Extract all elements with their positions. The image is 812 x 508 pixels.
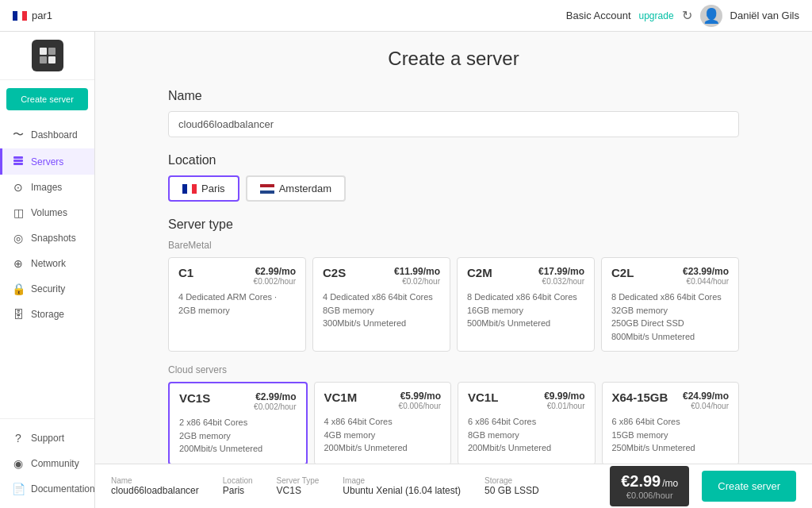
bottom-name-label: Name (111, 476, 199, 485)
svg-rect-6 (13, 163, 23, 165)
sidebar-item-storage[interactable]: 🗄 Storage (0, 302, 94, 327)
server-card-c2m[interactable]: C2M €17.99/mo €0.032/hour 8 Dedicated x8… (457, 257, 595, 352)
location-paris-button[interactable]: Paris (168, 175, 239, 202)
sidebar-item-label-community: Community (31, 458, 79, 469)
sidebar-item-label-support: Support (31, 433, 64, 444)
card-header-c2l: C2L €23.99/mo €0.044/hour (611, 266, 729, 286)
community-icon: ◉ (12, 457, 25, 470)
sidebar-item-volumes[interactable]: ◫ Volumes (0, 200, 94, 225)
name-section-label: Name (168, 89, 739, 103)
sidebar-footer: ? Support ◉ Community 📄 Documentation (0, 418, 94, 508)
svg-rect-2 (40, 56, 47, 64)
region-selector[interactable]: par1 (13, 10, 52, 21)
location-buttons: Paris Amsterdam (168, 175, 739, 202)
server-name-input[interactable] (168, 111, 739, 137)
server-card-vc1m[interactable]: VC1M €5.99/mo €0.006/hour 4 x86 64bit Co… (314, 382, 452, 465)
top-bar: par1 Basic Account upgrade ↻ 👤 Daniël va… (0, 0, 812, 32)
sidebar-item-network[interactable]: ⊕ Network (0, 251, 94, 276)
amsterdam-label: Amsterdam (279, 183, 331, 194)
sidebar-item-label-volumes: Volumes (31, 207, 67, 218)
bottom-server-type-value: VC1S (277, 485, 320, 496)
bottom-storage-value: 50 GB LSSD (485, 485, 539, 496)
sidebar-item-servers[interactable]: Servers (0, 148, 94, 175)
server-specs-c2l: 8 Dedicated x86 64bit Cores32GB memory25… (611, 291, 729, 343)
snapshots-icon: ◎ (12, 232, 25, 244)
sidebar-item-security[interactable]: 🔒 Security (0, 276, 94, 302)
user-name: Daniël van Gils (730, 10, 799, 21)
bottom-image-value: Ubuntu Xenial (16.04 latest) (343, 485, 461, 496)
sidebar-item-dashboard[interactable]: 〜 Dashboard (0, 121, 94, 148)
server-card-c1[interactable]: C1 €2.99/mo €0.002/hour 4 Dedicated ARM … (168, 257, 306, 352)
images-icon: ⊙ (12, 181, 25, 194)
sidebar-item-label-images: Images (31, 182, 62, 193)
baremetal-grid: C1 €2.99/mo €0.002/hour 4 Dedicated ARM … (168, 257, 739, 352)
documentation-icon: 📄 (12, 483, 25, 495)
bottom-image-item: Image Ubuntu Xenial (16.04 latest) (343, 476, 461, 496)
sidebar-item-community[interactable]: ◉ Community (0, 451, 94, 476)
svg-rect-4 (13, 156, 23, 159)
sidebar-item-images[interactable]: ⊙ Images (0, 175, 94, 200)
bottom-image-label: Image (343, 476, 461, 485)
sidebar-nav: 〜 Dashboard Servers ⊙ Images ◫ (0, 118, 94, 418)
sidebar-item-label-servers: Servers (31, 156, 63, 167)
server-card-vc1s[interactable]: VC1S €2.99/mo €0.002/hour 2 x86 64bit Co… (168, 382, 308, 465)
price-mo: /mo (662, 478, 678, 489)
card-header-c2s: C2S €11.99/mo €0.02/hour (323, 266, 440, 286)
paris-flag-icon (182, 184, 197, 194)
server-specs-c2s: 4 Dedicated x86 64bit Cores8GB memory300… (323, 291, 440, 330)
support-icon: ? (12, 432, 25, 444)
sidebar-item-label-snapshots: Snapshots (31, 233, 76, 244)
server-name-c1: C1 (178, 266, 193, 279)
avatar[interactable]: 👤 (700, 5, 722, 27)
create-server-sidebar-button[interactable]: Create server (6, 88, 88, 110)
create-server-bottom-button[interactable]: Create server (702, 471, 796, 502)
server-card-vc1l[interactable]: VC1L €9.99/mo €0.01/hour 6 x86 64bit Cor… (458, 382, 596, 465)
refresh-button[interactable]: ↻ (682, 8, 692, 23)
bottom-location-label: Location (223, 476, 253, 485)
sidebar-item-label-dashboard: Dashboard (31, 129, 78, 140)
logo-box (32, 40, 63, 71)
storage-icon: 🗄 (12, 308, 25, 321)
server-price-vc1s: €2.99/mo €0.002/hour (254, 391, 296, 411)
server-price-vc1m: €5.99/mo €0.006/hour (399, 391, 441, 410)
bottom-bar: Name cloud66loadbalancer Location Paris … (95, 464, 812, 508)
server-price-c1: €2.99/mo €0.002/hour (254, 266, 296, 286)
paris-label: Paris (201, 183, 225, 194)
security-icon: 🔒 (12, 283, 25, 295)
sidebar-item-snapshots[interactable]: ◎ Snapshots (0, 225, 94, 251)
server-card-x64-15gb[interactable]: X64-15GB €24.99/mo €0.04/hour 6 x86 64bi… (602, 382, 740, 465)
svg-rect-5 (13, 160, 23, 162)
upgrade-link[interactable]: upgrade (639, 10, 674, 21)
svg-rect-1 (48, 48, 56, 55)
server-type-section-label: Server type (168, 217, 739, 232)
bottom-storage-label: Storage (485, 476, 539, 485)
cloud-grid-row1: VC1S €2.99/mo €0.002/hour 2 x86 64bit Co… (168, 382, 739, 465)
account-label: Basic Account (566, 10, 631, 21)
price-display: €2.99 /mo €0.006/hour (610, 466, 689, 506)
location-amsterdam-button[interactable]: Amsterdam (246, 175, 346, 202)
server-price-c2l: €23.99/mo €0.044/hour (683, 266, 729, 286)
cloud-label: Cloud servers (168, 364, 739, 375)
sidebar-item-support[interactable]: ? Support (0, 425, 94, 451)
region-flag (13, 11, 27, 21)
top-bar-right: Basic Account upgrade ↻ 👤 Daniël van Gil… (566, 5, 799, 27)
server-specs-c2m: 8 Dedicated x86 64bit Cores16GB memory50… (467, 291, 584, 330)
region-name: par1 (32, 10, 52, 21)
bottom-name-item: Name cloud66loadbalancer (111, 476, 199, 496)
server-card-c2l[interactable]: C2L €23.99/mo €0.044/hour 8 Dedicated x8… (601, 257, 739, 352)
server-card-c2s[interactable]: C2S €11.99/mo €0.02/hour 4 Dedicated x86… (312, 257, 450, 352)
server-name-c2l: C2L (611, 266, 634, 279)
sidebar-item-documentation[interactable]: 📄 Documentation (0, 476, 94, 502)
sidebar-item-label-documentation: Documentation (31, 483, 95, 495)
server-price-x64-15gb: €24.99/mo €0.04/hour (683, 391, 729, 410)
dashboard-icon: 〜 (12, 128, 25, 142)
server-specs-x64-15gb: 6 x86 64bit Cores15GB memory250Mbit/s Un… (612, 415, 730, 455)
bottom-location-value: Paris (223, 485, 253, 496)
sidebar-item-label-network: Network (31, 258, 66, 269)
svg-rect-3 (48, 56, 56, 64)
server-name-vc1m: VC1M (324, 391, 358, 404)
card-header-vc1m: VC1M €5.99/mo €0.006/hour (324, 391, 442, 410)
bottom-right: €2.99 /mo €0.006/hour Create server (610, 466, 796, 506)
server-price-vc1l: €9.99/mo €0.01/hour (544, 391, 584, 410)
server-name-vc1l: VC1L (468, 391, 498, 404)
